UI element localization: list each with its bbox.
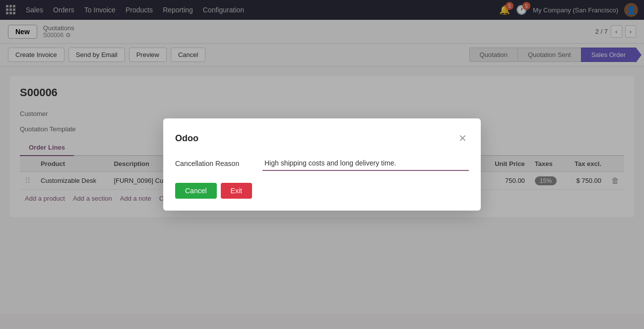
modal-header: Odoo ✕ — [175, 130, 469, 146]
cancellation-modal: Odoo ✕ Cancellation Reason Cancel Exit — [163, 118, 481, 211]
cancellation-reason-row: Cancellation Reason — [175, 156, 469, 171]
cancellation-reason-input[interactable] — [262, 156, 469, 171]
modal-body: Cancellation Reason — [175, 156, 469, 171]
modal-exit-button[interactable]: Exit — [221, 183, 252, 199]
modal-title: Odoo — [175, 133, 198, 144]
modal-overlay: Odoo ✕ Cancellation Reason Cancel Exit — [0, 0, 644, 314]
cancellation-reason-label: Cancellation Reason — [175, 160, 255, 167]
modal-cancel-button[interactable]: Cancel — [175, 183, 217, 199]
modal-close-button[interactable]: ✕ — [456, 130, 469, 146]
modal-footer: Cancel Exit — [175, 183, 469, 199]
